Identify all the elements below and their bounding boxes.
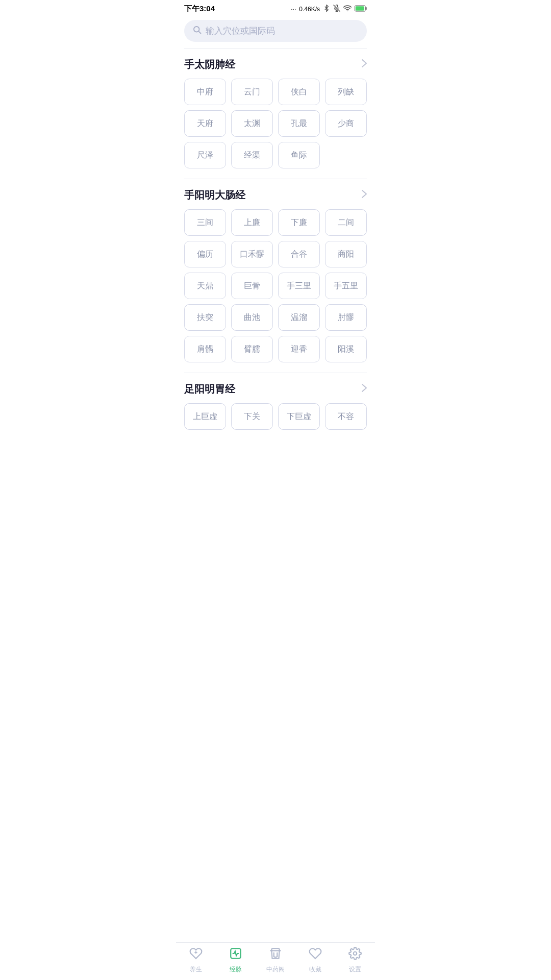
acupoint-btn-large-intestine-7[interactable]: 商阳 — [325, 241, 367, 267]
chevron-right-icon-lung — [362, 59, 367, 70]
acupoint-btn-large-intestine-9[interactable]: 巨骨 — [231, 273, 273, 299]
acupoint-btn-large-intestine-12[interactable]: 扶突 — [184, 304, 226, 331]
search-icon — [192, 25, 202, 37]
acupoint-btn-lung-7[interactable]: 少商 — [325, 110, 367, 137]
acupoint-btn-large-intestine-19[interactable]: 阳溪 — [325, 336, 367, 362]
acupoint-btn-stomach-2[interactable]: 下巨虚 — [278, 403, 320, 430]
meridian-title-large-intestine: 手阳明大肠经 — [184, 188, 245, 202]
acupoint-btn-large-intestine-10[interactable]: 手三里 — [278, 273, 320, 299]
acupoint-btn-large-intestine-18[interactable]: 迎香 — [278, 336, 320, 362]
chevron-right-icon-large-intestine — [362, 190, 367, 201]
acupoint-btn-lung-2[interactable]: 侠白 — [278, 79, 320, 105]
meridian-title-stomach: 足阳明胃经 — [184, 382, 235, 396]
acupoint-btn-stomach-1[interactable]: 下关 — [231, 403, 273, 430]
acupoint-btn-lung-1[interactable]: 云门 — [231, 79, 273, 105]
acupoint-btn-large-intestine-14[interactable]: 温溜 — [278, 304, 320, 331]
svg-rect-5 — [365, 7, 366, 9]
acupoint-btn-lung-5[interactable]: 太渊 — [231, 110, 273, 137]
status-battery — [355, 5, 367, 13]
acupoint-btn-lung-3[interactable]: 列缺 — [325, 79, 367, 105]
chevron-right-icon-stomach — [362, 384, 367, 395]
meridian-title-lung: 手太阴肺经 — [184, 58, 235, 71]
search-placeholder: 输入穴位或国际码 — [206, 25, 275, 37]
meridian-section-stomach: 足阳明胃经上巨虚下关下巨虚不容 — [176, 373, 375, 438]
acupoint-btn-large-intestine-6[interactable]: 合谷 — [278, 241, 320, 267]
meridian-header-lung[interactable]: 手太阴肺经 — [184, 48, 367, 79]
status-bluetooth — [323, 5, 330, 13]
status-speed: 0.46K/s — [299, 6, 320, 13]
status-mute — [333, 5, 340, 13]
acupoint-btn-large-intestine-13[interactable]: 曲池 — [231, 304, 273, 331]
acupoint-btn-large-intestine-17[interactable]: 臂臑 — [231, 336, 273, 362]
search-container: 输入穴位或国际码 — [176, 16, 375, 48]
acupoints-grid-large-intestine: 三间上廉下廉二间偏历口禾髎合谷商阳天鼎巨骨手三里手五里扶突曲池温溜肘髎肩髃臂臑迎… — [184, 209, 367, 371]
status-wifi — [343, 5, 352, 13]
acupoint-btn-lung-4[interactable]: 天府 — [184, 110, 226, 137]
acupoint-btn-stomach-0[interactable]: 上巨虚 — [184, 403, 226, 430]
meridian-section-lung: 手太阴肺经中府云门侠白列缺天府太渊孔最少商尺泽经渠鱼际 — [176, 48, 375, 177]
acupoint-btn-large-intestine-4[interactable]: 偏历 — [184, 241, 226, 267]
acupoints-grid-lung: 中府云门侠白列缺天府太渊孔最少商尺泽经渠鱼际 — [184, 79, 367, 177]
svg-line-8 — [198, 31, 201, 33]
status-signal: ··· — [291, 6, 296, 13]
acupoint-btn-large-intestine-0[interactable]: 三间 — [184, 209, 226, 236]
acupoint-btn-large-intestine-5[interactable]: 口禾髎 — [231, 241, 273, 267]
meridian-header-stomach[interactable]: 足阳明胃经 — [184, 373, 367, 403]
acupoint-btn-stomach-3[interactable]: 不容 — [325, 403, 367, 430]
acupoint-btn-large-intestine-11[interactable]: 手五里 — [325, 273, 367, 299]
acupoint-btn-lung-10[interactable]: 鱼际 — [278, 142, 320, 168]
meridian-header-large-intestine[interactable]: 手阳明大肠经 — [184, 179, 367, 209]
acupoint-btn-lung-0[interactable]: 中府 — [184, 79, 226, 105]
acupoint-btn-large-intestine-15[interactable]: 肘髎 — [325, 304, 367, 331]
status-bar: 下午3:04 ··· 0.46K/s — [176, 0, 375, 16]
meridian-section-large-intestine: 手阳明大肠经三间上廉下廉二间偏历口禾髎合谷商阳天鼎巨骨手三里手五里扶突曲池温溜肘… — [176, 179, 375, 371]
search-bar[interactable]: 输入穴位或国际码 — [184, 20, 367, 42]
scroll-content: 手太阴肺经中府云门侠白列缺天府太渊孔最少商尺泽经渠鱼际手阳明大肠经三间上廉下廉二… — [176, 48, 375, 474]
status-right: ··· 0.46K/s — [291, 5, 367, 13]
acupoints-grid-stomach: 上巨虚下关下巨虚不容 — [184, 403, 367, 438]
acupoint-btn-lung-6[interactable]: 孔最 — [278, 110, 320, 137]
acupoint-btn-lung-8[interactable]: 尺泽 — [184, 142, 226, 168]
acupoint-btn-large-intestine-8[interactable]: 天鼎 — [184, 273, 226, 299]
acupoint-btn-large-intestine-1[interactable]: 上廉 — [231, 209, 273, 236]
acupoint-btn-large-intestine-16[interactable]: 肩髃 — [184, 336, 226, 362]
svg-rect-6 — [356, 6, 364, 11]
status-time: 下午3:04 — [184, 4, 215, 14]
acupoint-btn-large-intestine-2[interactable]: 下廉 — [278, 209, 320, 236]
svg-point-3 — [347, 11, 348, 12]
acupoint-btn-large-intestine-3[interactable]: 二间 — [325, 209, 367, 236]
acupoint-btn-lung-9[interactable]: 经渠 — [231, 142, 273, 168]
